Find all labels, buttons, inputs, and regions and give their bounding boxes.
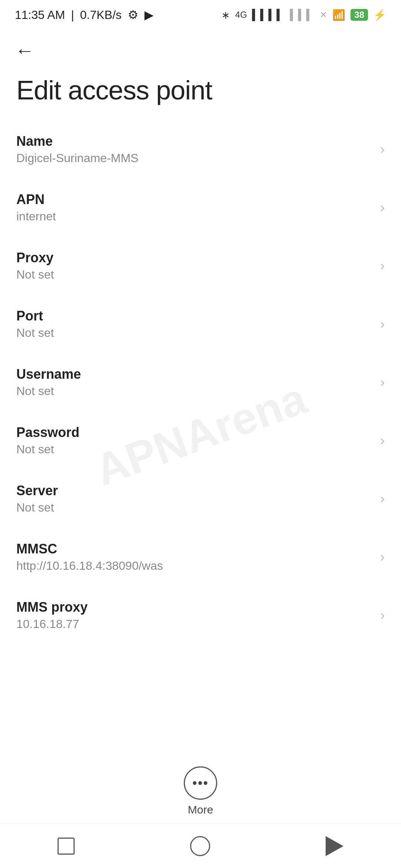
settings-item-value-7: http://10.16.18.4:38090/was (16, 559, 373, 573)
back-icon (326, 836, 343, 856)
battery-icon: 38 (351, 9, 368, 21)
settings-item[interactable]: Username Not set › (0, 353, 401, 411)
more-button[interactable]: ••• More (184, 766, 217, 816)
bottom-action: ••• More (0, 766, 401, 816)
chevron-right-icon: › (380, 375, 385, 390)
settings-item[interactable]: Password Not set › (0, 411, 401, 470)
settings-item[interactable]: MMS proxy 10.16.18.77 › (0, 586, 401, 644)
settings-item-label-0: Name (16, 134, 373, 149)
settings-item-value-4: Not set (16, 384, 373, 398)
video-icon: ▶ (144, 8, 154, 22)
settings-item-label-6: Server (16, 483, 373, 499)
nav-bar (0, 823, 401, 868)
settings-item[interactable]: MMSC http://10.16.18.4:38090/was › (0, 528, 401, 586)
settings-item-content-5: Password Not set (16, 425, 373, 456)
charging-icon: ⚡ (373, 9, 386, 21)
wifi-icon: 📶 (332, 9, 345, 21)
signal-bars-2-icon: ▍▍▍ (290, 9, 314, 21)
settings-item-label-3: Port (16, 308, 373, 324)
chevron-right-icon: › (380, 200, 385, 216)
settings-item-content-7: MMSC http://10.16.18.4:38090/was (16, 541, 373, 573)
bluetooth-icon: ∗ (221, 9, 230, 21)
recents-icon (58, 838, 75, 855)
settings-item-content-4: Username Not set (16, 366, 373, 398)
status-left: 11:35 AM | 0.7KB/s ⚙ ▶ (15, 8, 154, 22)
chevron-right-icon: › (380, 258, 385, 274)
back-button[interactable]: ← (0, 30, 401, 68)
page-title: Edit access point (0, 68, 401, 120)
speed-display: | (71, 8, 74, 22)
settings-item-label-4: Username (16, 366, 373, 382)
settings-item-label-2: Proxy (16, 250, 373, 266)
settings-item[interactable]: APN internet › (0, 178, 401, 237)
time-display: 11:35 AM (15, 8, 65, 22)
settings-item-content-6: Server Not set (16, 483, 373, 514)
chevron-right-icon: › (380, 316, 385, 332)
chevron-right-icon: › (380, 433, 385, 448)
nav-home-button[interactable] (183, 829, 218, 864)
status-right: ∗ 4G ▍▍▍▍ ▍▍▍ ✕ 📶 38 ⚡ (221, 9, 386, 21)
settings-item-label-5: Password (16, 425, 373, 440)
settings-item-content-0: Name Digicel-Suriname-MMS (16, 134, 373, 165)
signal-bars-icon: ▍▍▍▍ (252, 9, 285, 21)
no-signal-icon: ✕ (320, 10, 327, 20)
settings-item[interactable]: Server Not set › (0, 470, 401, 528)
settings-item-value-3: Not set (16, 326, 373, 340)
network-speed: 0.7KB/s (80, 8, 122, 22)
more-circle: ••• (184, 766, 217, 800)
nav-back-button[interactable] (318, 829, 351, 864)
chevron-right-icon: › (380, 608, 385, 623)
settings-item[interactable]: Proxy Not set › (0, 237, 401, 295)
chevron-right-icon: › (380, 491, 385, 507)
chevron-right-icon: › (380, 142, 385, 157)
settings-item-content-8: MMS proxy 10.16.18.77 (16, 599, 373, 631)
more-dots-icon: ••• (192, 776, 209, 790)
settings-item-value-2: Not set (16, 268, 373, 282)
settings-item-value-5: Not set (16, 443, 373, 456)
settings-item[interactable]: Port Not set › (0, 295, 401, 353)
settings-item-label-1: APN (16, 192, 373, 207)
nav-recents-button[interactable] (50, 830, 82, 862)
settings-item-content-2: Proxy Not set (16, 250, 373, 282)
home-icon (190, 836, 210, 856)
status-bar: 11:35 AM | 0.7KB/s ⚙ ▶ ∗ 4G ▍▍▍▍ ▍▍▍ ✕ 📶… (0, 0, 401, 30)
settings-list: Name Digicel-Suriname-MMS › APN internet… (0, 120, 401, 644)
settings-item-value-1: internet (16, 210, 373, 223)
settings-item-content-3: Port Not set (16, 308, 373, 340)
settings-item-content-1: APN internet (16, 192, 373, 223)
back-arrow-icon: ← (15, 40, 34, 61)
settings-item-value-6: Not set (16, 501, 373, 514)
settings-item-value-0: Digicel-Suriname-MMS (16, 151, 373, 165)
signal-4g-icon: 4G (235, 10, 247, 20)
more-label: More (188, 803, 213, 816)
settings-item-label-7: MMSC (16, 541, 373, 557)
settings-item-value-8: 10.16.18.77 (16, 617, 373, 631)
chevron-right-icon: › (380, 549, 385, 565)
settings-item-label-8: MMS proxy (16, 599, 373, 615)
settings-icon: ⚙ (128, 8, 138, 22)
settings-item[interactable]: Name Digicel-Suriname-MMS › (0, 120, 401, 178)
